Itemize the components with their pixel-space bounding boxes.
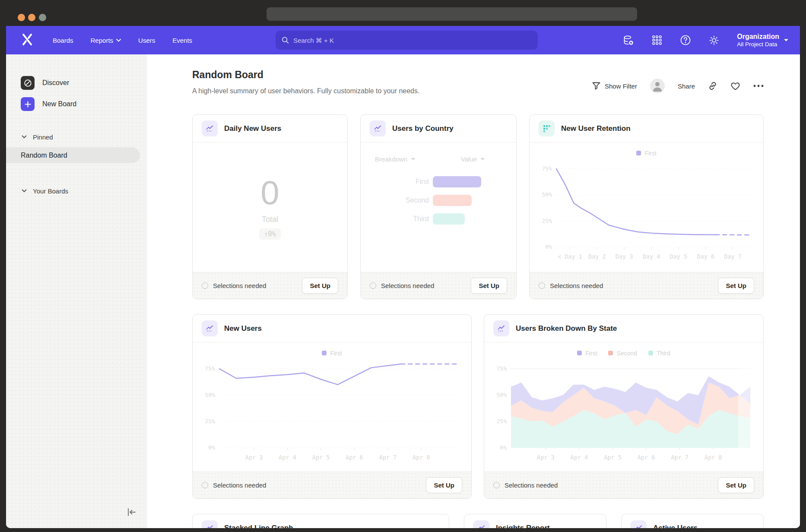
- svg-text:0%: 0%: [208, 444, 215, 451]
- favorite-heart-icon[interactable]: [730, 82, 740, 91]
- mixpanel-logo-icon[interactable]: [21, 33, 34, 48]
- svg-text:25%: 25%: [205, 418, 216, 424]
- svg-text:Apr 7: Apr 7: [671, 454, 689, 461]
- sidebar-item-random-board[interactable]: Random Board: [6, 147, 140, 163]
- svg-text:0%: 0%: [545, 244, 552, 250]
- card-title: New User Retention: [561, 124, 631, 133]
- search-input[interactable]: [293, 37, 532, 44]
- main-content: Random Board A high-level summary of use…: [147, 54, 800, 528]
- svg-text:Apr 5: Apr 5: [604, 454, 622, 461]
- sidebar-item-new-board[interactable]: New Board: [6, 95, 147, 113]
- status-circle-icon: [493, 482, 500, 488]
- card-new-users: New Users First 75%50%25%0%Apr 3Apr 4Apr…: [192, 314, 472, 499]
- caret-down-icon: [480, 158, 485, 161]
- breakdown-dropdown[interactable]: Breakdown: [375, 155, 416, 163]
- svg-text:Apr 4: Apr 4: [571, 454, 588, 461]
- new-users-line-chart: 75%50%25%0%Apr 3Apr 4Apr 5Apr 6Apr 7Apr …: [195, 358, 465, 466]
- svg-text:Day 5: Day 5: [670, 253, 688, 260]
- plus-icon: [21, 97, 35, 111]
- org-project: All Project Data: [737, 41, 779, 48]
- org-switcher[interactable]: Organization All Project Data: [737, 32, 789, 48]
- window-zoom-button[interactable]: [39, 14, 46, 21]
- status-text: Selections needed: [213, 282, 266, 289]
- settings-gear-icon[interactable]: [708, 35, 720, 46]
- chevron-down-icon: [22, 135, 27, 139]
- top-navbar: Boards Reports Users Events: [6, 26, 800, 54]
- sidebar-item-discover[interactable]: Discover: [6, 74, 147, 92]
- line-chart-icon: [202, 520, 218, 529]
- chart-legend: First Second Third: [484, 342, 763, 357]
- card-title: Insights Report: [496, 524, 550, 528]
- copy-link-icon[interactable]: [708, 81, 717, 91]
- value-dropdown[interactable]: Value: [461, 155, 485, 163]
- line-chart-icon: [473, 520, 489, 529]
- chevron-down-icon: [22, 189, 27, 193]
- sidebar: Discover New Board Pinned Random Board: [6, 54, 147, 528]
- set-up-button[interactable]: Set Up: [302, 278, 338, 294]
- bar-third: [433, 213, 465, 225]
- nav-item-users[interactable]: Users: [138, 37, 155, 44]
- search-icon: [282, 36, 289, 44]
- card-users-by-country: Users by Country Breakdown Value: [360, 114, 517, 299]
- share-button[interactable]: Share: [678, 82, 695, 90]
- svg-text:Apr 5: Apr 5: [312, 454, 330, 461]
- card-footer: Selections needed Set Up: [530, 272, 763, 299]
- svg-text:Apr 6: Apr 6: [346, 454, 363, 461]
- show-filter-button[interactable]: Show Filter: [592, 82, 637, 90]
- bar-second: [433, 195, 472, 206]
- status-text: Selections needed: [213, 481, 266, 489]
- status-circle-icon: [539, 282, 545, 289]
- nav-item-events[interactable]: Events: [172, 37, 192, 44]
- card-title: New Users: [224, 324, 262, 333]
- metric-value: 0: [260, 175, 279, 210]
- svg-text:Apr 3: Apr 3: [245, 454, 263, 461]
- status-text: Selections needed: [505, 481, 558, 489]
- svg-text:Day 6: Day 6: [697, 253, 714, 260]
- svg-text:Apr 3: Apr 3: [537, 454, 555, 461]
- set-up-button[interactable]: Set Up: [718, 278, 754, 294]
- card-title: Stacked Line Graph: [224, 524, 293, 528]
- set-up-button[interactable]: Set Up: [471, 278, 507, 294]
- data-management-icon[interactable]: [623, 35, 634, 46]
- sidebar-collapse-icon[interactable]: [125, 506, 138, 519]
- org-name: Organization: [737, 32, 779, 41]
- bar-row: Second: [361, 194, 516, 206]
- chart-controls: Breakdown Value: [361, 142, 516, 163]
- more-options-icon[interactable]: [753, 85, 764, 87]
- card-daily-new-users: Daily New Users 0 Total ↑0% Selections n…: [192, 114, 348, 299]
- apps-grid-icon[interactable]: [651, 35, 663, 46]
- nav-item-boards[interactable]: Boards: [53, 37, 73, 44]
- address-bar[interactable]: [267, 7, 637, 21]
- svg-text:Day 3: Day 3: [616, 253, 633, 260]
- user-avatar[interactable]: [650, 79, 665, 93]
- retention-grid-icon: [539, 120, 555, 136]
- svg-text:Day 2: Day 2: [588, 253, 606, 260]
- svg-text:Apr 4: Apr 4: [279, 454, 296, 461]
- window-minimize-button[interactable]: [28, 14, 35, 21]
- svg-text:75%: 75%: [542, 165, 552, 172]
- metric-label: Total: [262, 215, 278, 224]
- help-icon[interactable]: [680, 35, 691, 46]
- chart-legend: First: [530, 142, 763, 157]
- svg-text:Apr 8: Apr 8: [413, 454, 430, 461]
- global-search[interactable]: [276, 31, 538, 50]
- nav-item-reports[interactable]: Reports: [91, 37, 121, 44]
- card-footer: Selections needed Set Up: [193, 472, 471, 498]
- app-window: Boards Reports Users Events: [6, 26, 800, 528]
- card-title: Daily New Users: [224, 124, 281, 133]
- sidebar-section-your-boards[interactable]: Your Boards: [6, 185, 147, 197]
- line-chart-icon: [631, 520, 647, 529]
- primary-nav: Boards Reports Users Events: [53, 37, 192, 44]
- status-circle-icon: [202, 482, 208, 488]
- set-up-button[interactable]: Set Up: [426, 477, 462, 493]
- card-insights-report: Insights Report: [464, 514, 606, 528]
- status-text: Selections needed: [550, 282, 603, 289]
- svg-text:50%: 50%: [542, 191, 552, 198]
- caret-down-icon: [411, 158, 416, 161]
- sidebar-section-pinned[interactable]: Pinned: [6, 131, 147, 143]
- bar-row: First: [361, 176, 516, 188]
- window-close-button[interactable]: [18, 14, 25, 21]
- set-up-button[interactable]: Set Up: [718, 477, 754, 493]
- svg-text:50%: 50%: [205, 392, 216, 398]
- filter-funnel-icon: [592, 82, 600, 90]
